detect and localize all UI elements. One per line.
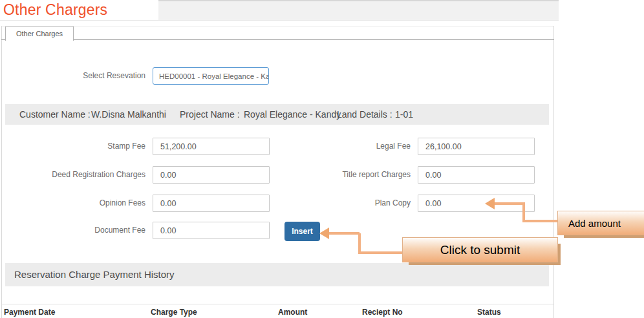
table-header-top-border <box>2 304 553 304</box>
document-fee-label: Document Fee <box>0 222 145 239</box>
payment-history-title: Reservation Charge Payment History <box>5 263 549 286</box>
tab-other-charges-label: Other Charges <box>16 30 63 37</box>
add-amount-arrow-segment <box>494 202 524 205</box>
title-divider <box>0 20 559 21</box>
tab-other-charges[interactable]: Other Charges <box>5 26 74 41</box>
add-amount-arrow-segment <box>524 220 557 222</box>
other-chargers-screen: Other Chargers Other Charges Select Rese… <box>0 0 644 318</box>
click-to-submit-callout-text: Click to submit <box>440 243 521 257</box>
land-details-value: 1-01 <box>395 104 413 125</box>
select-reservation-input[interactable] <box>153 67 269 85</box>
opinion-fees-input[interactable] <box>153 195 270 212</box>
click-to-submit-arrow-segment <box>360 251 402 254</box>
click-to-submit-callout: Click to submit <box>402 237 558 262</box>
legal-fee-label: Legal Fee <box>272 138 411 155</box>
click-to-submit-arrowhead-icon <box>319 228 329 239</box>
column-header-reciept-no: Reciept No <box>362 308 403 317</box>
column-header-charge-type: Charge Type <box>151 308 197 317</box>
stamp-fee-label: Stamp Fee <box>0 138 145 155</box>
legal-fee-input[interactable] <box>418 138 535 155</box>
click-to-submit-arrow-segment <box>328 232 360 235</box>
panel-right-border <box>553 26 554 318</box>
tabstrip-top-line <box>1 26 554 26</box>
project-name-value: Royal Elegance - Kandy <box>244 104 341 125</box>
column-header-amount: Amount <box>278 308 307 317</box>
page-title: Other Chargers <box>3 1 107 19</box>
customer-info-bar: Customer Name : W.Disna Malkanthi Projec… <box>5 104 549 125</box>
tabstrip-bottom-line <box>1 39 554 40</box>
add-amount-callout-text: Add amount <box>568 218 621 229</box>
customer-name-label: Customer Name : <box>19 104 91 125</box>
deed-registration-charges-label: Deed Registration Charges <box>0 166 145 184</box>
land-details-label: Land Details : <box>337 104 392 125</box>
payment-history-bar: Reservation Charge Payment History <box>5 263 549 286</box>
top-gray-strip <box>158 0 559 21</box>
column-header-payment-date: Payment Date <box>4 308 55 317</box>
add-amount-callout: Add amount <box>557 211 644 235</box>
add-amount-arrow-segment <box>522 202 525 222</box>
add-amount-arrowhead-icon <box>485 198 495 209</box>
click-to-submit-arrow-segment <box>358 233 361 254</box>
document-fee-input[interactable] <box>153 222 270 239</box>
customer-name-value: W.Disna Malkanthi <box>91 104 166 125</box>
title-report-charges-input[interactable] <box>418 166 535 184</box>
title-report-charges-label: Title report Charges <box>272 166 411 184</box>
opinion-fees-label: Opinion Fees <box>0 195 145 212</box>
stamp-fee-input[interactable] <box>153 138 270 155</box>
deed-registration-charges-input[interactable] <box>153 166 270 184</box>
insert-button[interactable]: Insert <box>284 222 320 241</box>
project-name-label: Project Name : <box>180 104 240 125</box>
column-header-status: Status <box>477 308 501 317</box>
select-reservation-label: Select Resevation <box>52 67 145 85</box>
plan-copy-label: Plan Copy <box>272 195 411 212</box>
